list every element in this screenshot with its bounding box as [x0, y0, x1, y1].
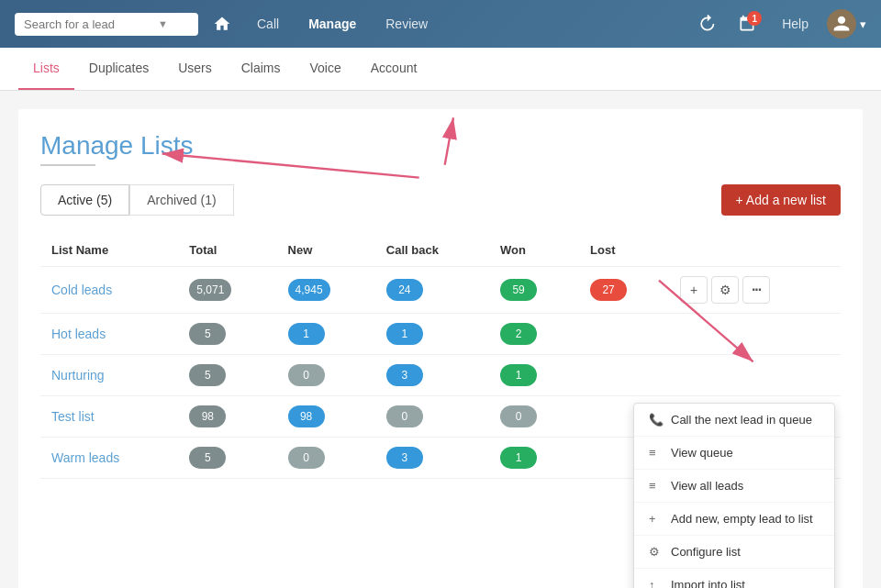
notification-badge: 1: [747, 11, 762, 26]
list-name-link[interactable]: Test list: [51, 409, 95, 424]
context-menu-item[interactable]: ≡View queue: [634, 437, 834, 470]
menu-label: View queue: [671, 446, 733, 460]
calendar-button[interactable]: 1: [730, 9, 764, 39]
history-button[interactable]: [690, 9, 723, 39]
col-header-name: List Name: [40, 234, 178, 267]
subnav-voice[interactable]: Voice: [296, 48, 356, 90]
subnav-duplicates[interactable]: Duplicates: [74, 48, 163, 90]
page-title: Manage Lists: [40, 131, 841, 161]
context-menu-item[interactable]: 📞Call the next lead in queue: [634, 404, 834, 437]
menu-icon: ≡: [649, 479, 664, 493]
menu-label: Configure list: [671, 545, 741, 559]
new-badge: 0: [288, 364, 325, 386]
col-header-won: Won: [489, 234, 579, 267]
table-row: Nurturing 5 0 3 1: [40, 355, 841, 396]
top-navigation: ▼ Call Manage Review 1 Help ▾: [0, 0, 881, 48]
total-badge: 98: [189, 405, 226, 427]
table-row: Cold leads 5,071 4,945 24 59 27 + ⚙ ···: [40, 267, 841, 314]
add-lead-btn[interactable]: +: [680, 276, 708, 304]
callback-badge: 24: [386, 279, 423, 301]
col-header-new: New: [277, 234, 375, 267]
lost-badge: 27: [590, 279, 627, 301]
list-name-link[interactable]: Hot leads: [51, 327, 106, 341]
won-badge: 2: [500, 323, 537, 345]
context-menu: 📞Call the next lead in queue≡View queue≡…: [633, 403, 835, 588]
avatar-button[interactable]: ▾: [827, 9, 866, 39]
table-row: Hot leads 5 1 1 2: [40, 314, 841, 355]
subnav-account[interactable]: Account: [356, 48, 432, 90]
menu-label: Import into list: [671, 578, 745, 588]
new-badge: 4,945: [288, 279, 330, 301]
more-btn[interactable]: ···: [742, 276, 770, 304]
menu-icon: 📞: [649, 413, 664, 427]
list-name-link[interactable]: Cold leads: [51, 283, 112, 297]
main-content: Manage Lists Active (5) Archived (1) + A…: [18, 109, 863, 588]
col-header-lost: Lost: [579, 234, 669, 267]
menu-icon: ↑: [649, 578, 664, 588]
won-badge: 0: [500, 405, 537, 427]
callback-badge: 3: [386, 447, 423, 469]
add-list-button[interactable]: + Add a new list: [721, 184, 841, 216]
menu-label: View all leads: [671, 479, 743, 493]
tab-archived[interactable]: Archived (1): [129, 184, 233, 216]
menu-label: Call the next lead in queue: [671, 413, 812, 427]
search-dropdown-arrow[interactable]: ▼: [158, 18, 168, 29]
new-badge: 1: [288, 323, 325, 345]
home-button[interactable]: [206, 9, 239, 39]
subnav-users[interactable]: Users: [163, 48, 227, 90]
help-button[interactable]: Help: [771, 11, 820, 37]
context-menu-item[interactable]: +Add new, empty lead to list: [634, 503, 834, 536]
review-nav-button[interactable]: Review: [374, 11, 439, 37]
menu-icon: +: [649, 512, 664, 526]
subnav-claims[interactable]: Claims: [227, 48, 296, 90]
total-badge: 5: [189, 323, 226, 345]
settings-btn[interactable]: ⚙: [711, 276, 739, 304]
context-menu-item[interactable]: ⚙Configure list: [634, 536, 834, 569]
avatar-dropdown-arrow: ▾: [860, 17, 866, 31]
list-name-link[interactable]: Warm leads: [51, 450, 119, 465]
callback-badge: 1: [386, 323, 423, 345]
context-menu-item[interactable]: ↑Import into list: [634, 569, 834, 588]
list-tabs: Active (5) Archived (1) + Add a new list: [40, 184, 841, 216]
total-badge: 5: [189, 447, 226, 469]
list-name-link[interactable]: Nurturing: [51, 368, 105, 383]
callback-badge: 0: [386, 405, 423, 427]
avatar: [827, 9, 856, 39]
won-badge: 1: [500, 447, 537, 469]
callback-badge: 3: [386, 364, 423, 386]
row-actions: + ⚙ ···: [680, 276, 830, 304]
total-badge: 5: [189, 364, 226, 386]
won-badge: 1: [500, 364, 537, 386]
subnav-lists[interactable]: Lists: [18, 48, 74, 90]
menu-icon: ⚙: [649, 545, 664, 559]
sub-navigation: Lists Duplicates Users Claims Voice Acco…: [0, 48, 881, 91]
title-divider: [40, 164, 95, 166]
col-header-total: Total: [178, 234, 276, 267]
tab-active[interactable]: Active (5): [40, 184, 129, 216]
context-menu-item[interactable]: ≡View all leads: [634, 470, 834, 503]
won-badge: 59: [500, 279, 537, 301]
menu-label: Add new, empty lead to list: [671, 512, 813, 526]
search-input[interactable]: [24, 17, 152, 31]
col-header-callback: Call back: [375, 234, 489, 267]
search-box[interactable]: ▼: [15, 13, 198, 36]
total-badge: 5,071: [189, 279, 231, 301]
new-badge: 0: [288, 447, 325, 469]
manage-nav-button[interactable]: Manage: [297, 11, 367, 37]
call-nav-button[interactable]: Call: [246, 11, 290, 37]
menu-icon: ≡: [649, 446, 664, 460]
col-header-actions: [669, 234, 841, 267]
new-badge: 98: [288, 405, 325, 427]
